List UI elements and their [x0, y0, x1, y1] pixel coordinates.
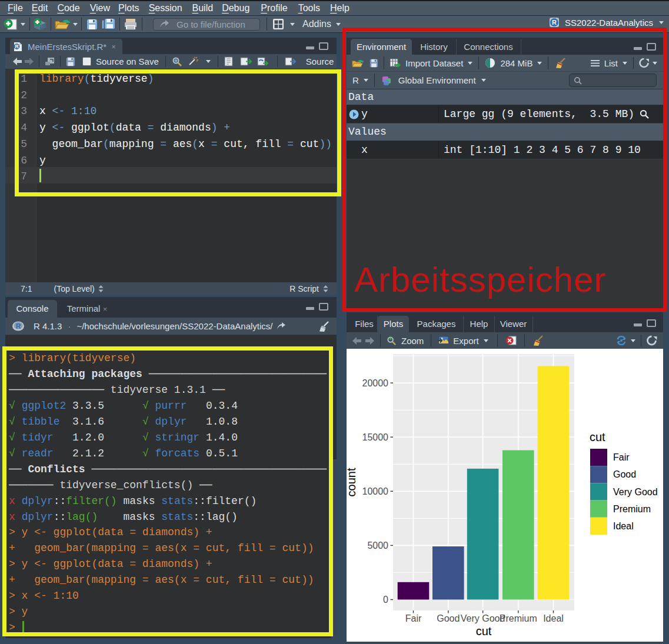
- svg-text:15000: 15000: [362, 432, 389, 442]
- svg-text:Good: Good: [613, 469, 636, 479]
- svg-text:Very Good: Very Good: [613, 487, 658, 497]
- svg-text:5000: 5000: [367, 540, 388, 550]
- svg-text:Good: Good: [437, 613, 460, 623]
- svg-text:cut: cut: [476, 625, 492, 638]
- svg-text:Very Good: Very Good: [461, 613, 505, 623]
- svg-text:Premium: Premium: [613, 504, 651, 514]
- svg-text:10000: 10000: [362, 486, 389, 496]
- svg-text:R: R: [15, 44, 18, 49]
- svg-text:Ideal: Ideal: [543, 613, 564, 623]
- svg-text:R: R: [16, 322, 21, 331]
- svg-text:20000: 20000: [362, 378, 389, 388]
- svg-text:Fair: Fair: [613, 452, 630, 462]
- svg-text:R: R: [552, 19, 557, 26]
- svg-text:0: 0: [383, 595, 388, 605]
- svg-text:Ideal: Ideal: [613, 521, 634, 531]
- svg-text:Fair: Fair: [405, 613, 422, 623]
- svg-text:count: count: [347, 468, 358, 496]
- svg-text:cut: cut: [590, 431, 605, 443]
- svg-text:Premium: Premium: [500, 613, 537, 623]
